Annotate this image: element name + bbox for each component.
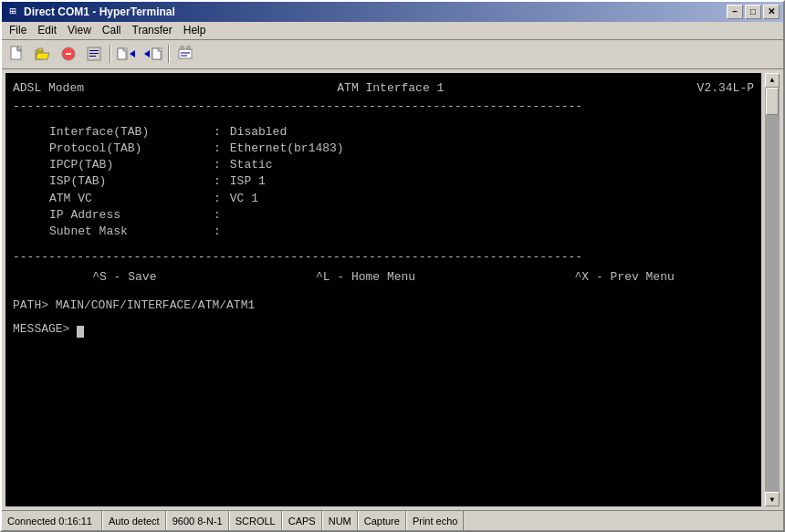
field-atmvc-value: VC 1 bbox=[221, 191, 258, 207]
field-interface-sep: : bbox=[214, 124, 221, 141]
field-ipcp-label: IPCP(TAB) bbox=[13, 157, 214, 173]
window: ⊞ Direct COM1 - HyperTerminal – □ ✕ File… bbox=[0, 0, 785, 532]
svg-rect-8 bbox=[89, 56, 96, 57]
toolbar-separator-1 bbox=[110, 45, 111, 63]
field-ipaddress-value bbox=[221, 207, 230, 224]
field-atmvc: ATM VC : VC 1 bbox=[13, 191, 754, 207]
menu-file[interactable]: File bbox=[4, 22, 32, 38]
field-ipaddress-sep: : bbox=[214, 207, 221, 224]
window-title: Direct COM1 - HyperTerminal bbox=[24, 5, 175, 18]
status-capture: Capture bbox=[358, 511, 406, 530]
spacer3 bbox=[13, 290, 754, 297]
title-bar: ⊞ Direct COM1 - HyperTerminal – □ ✕ bbox=[2, 2, 783, 22]
properties-button[interactable] bbox=[82, 43, 106, 65]
send-file-icon bbox=[117, 46, 137, 62]
field-ipcp-value: Static bbox=[221, 157, 273, 173]
scroll-thumb[interactable] bbox=[766, 88, 779, 115]
svg-marker-10 bbox=[118, 48, 126, 59]
field-ipaddress: IP Address : bbox=[13, 207, 754, 224]
field-subnetmask-value bbox=[221, 224, 230, 240]
field-subnetmask-sep: : bbox=[214, 224, 221, 240]
svg-marker-12 bbox=[144, 50, 150, 57]
capture-icon bbox=[177, 46, 194, 62]
receive-file-button[interactable] bbox=[141, 43, 164, 65]
menu-edit[interactable]: Edit bbox=[32, 22, 62, 38]
close-button[interactable]: ✕ bbox=[763, 5, 780, 19]
header-left: ADSL Modem bbox=[13, 80, 84, 97]
terminal-commands: ^S - Save ^L - Home Menu ^X - Prev Menu bbox=[13, 269, 754, 286]
spacer4 bbox=[13, 314, 754, 321]
terminal-content: ADSL Modem ATM Interface 1 V2.34L-P ----… bbox=[5, 73, 761, 507]
field-ipcp-sep: : bbox=[214, 157, 221, 173]
scroll-down-button[interactable]: ▼ bbox=[765, 492, 780, 506]
status-num: NUM bbox=[322, 511, 358, 530]
spacer1 bbox=[13, 117, 754, 124]
maximize-button[interactable]: □ bbox=[745, 5, 761, 19]
cmd-prev: ^X - Prev Menu bbox=[575, 269, 675, 286]
svg-marker-14 bbox=[152, 48, 161, 59]
top-divider: ----------------------------------------… bbox=[13, 99, 754, 115]
menu-help[interactable]: Help bbox=[178, 22, 212, 38]
svg-rect-15 bbox=[179, 49, 192, 58]
status-bar: Connected 0:16:11 Auto detect 9600 8-N-1… bbox=[2, 510, 783, 530]
svg-rect-17 bbox=[187, 47, 190, 49]
main-area: ADSL Modem ATM Interface 1 V2.34L-P ----… bbox=[2, 69, 783, 511]
scroll-track[interactable] bbox=[765, 88, 780, 493]
field-subnetmask: Subnet Mask : bbox=[13, 224, 754, 240]
svg-marker-11 bbox=[130, 50, 135, 57]
scroll-up-button[interactable]: ▲ bbox=[765, 73, 780, 88]
svg-rect-6 bbox=[89, 50, 99, 51]
header-right: V2.34L-P bbox=[697, 80, 754, 97]
field-ipaddress-label: IP Address bbox=[13, 207, 214, 224]
open-button[interactable] bbox=[31, 43, 55, 65]
field-subnetmask-label: Subnet Mask bbox=[13, 224, 214, 240]
new-button[interactable] bbox=[5, 43, 29, 65]
open-icon bbox=[35, 46, 51, 62]
status-detection: Auto detect bbox=[102, 511, 166, 530]
field-isp-value: ISP 1 bbox=[221, 173, 266, 190]
window-controls: – □ ✕ bbox=[727, 5, 780, 19]
menu-view[interactable]: View bbox=[62, 22, 97, 38]
toolbar-separator-2 bbox=[168, 45, 170, 63]
status-scroll: SCROLL bbox=[229, 511, 282, 530]
bottom-divider: ----------------------------------------… bbox=[13, 249, 754, 266]
terminal[interactable]: ADSL Modem ATM Interface 1 V2.34L-P ----… bbox=[5, 73, 761, 507]
field-interface: Interface(TAB) : Disabled bbox=[13, 124, 754, 141]
svg-rect-4 bbox=[66, 53, 71, 55]
spacer2 bbox=[13, 240, 754, 247]
status-settings: 9600 8-N-1 bbox=[166, 511, 229, 530]
new-icon bbox=[9, 46, 26, 62]
svg-rect-7 bbox=[89, 53, 99, 54]
menu-bar: File Edit View Call Transfer Help bbox=[2, 22, 783, 40]
field-atmvc-label: ATM VC bbox=[13, 191, 214, 207]
minimize-button[interactable]: – bbox=[727, 5, 743, 19]
app-icon: ⊞ bbox=[5, 5, 20, 19]
toolbar bbox=[2, 40, 783, 69]
status-connection: Connected 0:16:11 bbox=[2, 511, 102, 530]
scrollbar: ▲ ▼ bbox=[765, 73, 780, 507]
capture-button[interactable] bbox=[173, 43, 197, 65]
header-center: ATM Interface 1 bbox=[337, 80, 444, 97]
menu-call[interactable]: Call bbox=[97, 22, 127, 38]
field-atmvc-sep: : bbox=[214, 191, 221, 207]
cmd-home: ^L - Home Menu bbox=[316, 269, 415, 286]
send-file-button[interactable] bbox=[115, 43, 139, 65]
field-isp: ISP(TAB) : ISP 1 bbox=[13, 173, 754, 190]
svg-rect-16 bbox=[181, 47, 183, 49]
disconnect-button[interactable] bbox=[57, 43, 80, 65]
cmd-save: ^S - Save bbox=[92, 269, 156, 286]
field-protocol-value: Ethernet(br1483) bbox=[221, 141, 344, 157]
status-printecho: Print echo bbox=[406, 511, 465, 530]
field-interface-value: Disabled bbox=[221, 124, 287, 141]
status-caps: CAPS bbox=[282, 511, 322, 530]
properties-icon bbox=[86, 46, 102, 62]
message-label: MESSAGE> bbox=[13, 322, 69, 336]
menu-transfer[interactable]: Transfer bbox=[127, 22, 178, 38]
receive-file-icon bbox=[142, 46, 162, 62]
field-ipcp: IPCP(TAB) : Static bbox=[13, 157, 754, 173]
disconnect-icon bbox=[60, 46, 77, 62]
terminal-header: ADSL Modem ATM Interface 1 V2.34L-P bbox=[13, 80, 754, 97]
field-protocol-label: Protocol(TAB) bbox=[13, 141, 214, 157]
field-protocol: Protocol(TAB) : Ethernet(br1483) bbox=[13, 141, 754, 157]
field-isp-label: ISP(TAB) bbox=[13, 173, 214, 190]
